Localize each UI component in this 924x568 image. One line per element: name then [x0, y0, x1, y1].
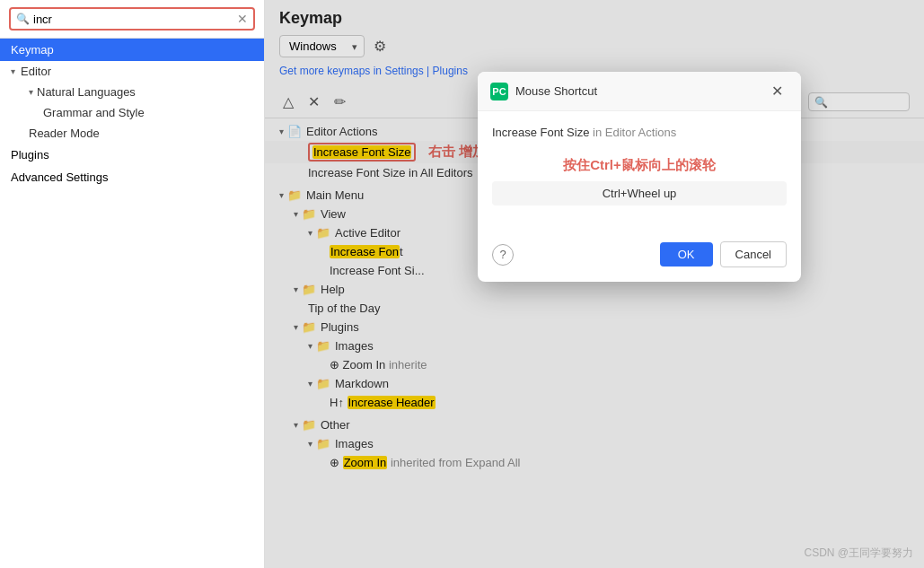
ok-button[interactable]: OK [660, 242, 713, 267]
sidebar-item-editor[interactable]: ▾ Editor [0, 61, 264, 82]
dialog-buttons: ? OK Cancel [478, 234, 801, 282]
sidebar-item-advanced-settings-label: Advanced Settings [11, 170, 108, 184]
dialog-subtitle: Increase Font Size in Editor Actions [492, 126, 787, 139]
sidebar-item-editor-label: Editor [21, 65, 51, 78]
sidebar: 🔍 incr ✕ Keymap ▾ Editor ▾ Natural Langu… [0, 0, 265, 568]
sidebar-item-reader-mode[interactable]: Reader Mode [0, 123, 264, 144]
main-content: Keymap Windows ⚙ Get more keymaps in Set… [265, 0, 924, 568]
sidebar-item-plugins[interactable]: Plugins [0, 144, 264, 166]
dialog-context: in Editor Actions [593, 126, 676, 139]
app-icon: PC [490, 83, 508, 100]
sidebar-item-grammar-style-label: Grammar and Style [43, 106, 145, 119]
search-icon: 🔍 [16, 13, 30, 25]
sidebar-item-plugins-label: Plugins [11, 148, 49, 162]
chevron-down-icon: ▾ [29, 87, 33, 97]
dialog-body: Increase Font Size in Editor Actions 按住C… [478, 111, 801, 234]
sidebar-item-advanced-settings[interactable]: Advanced Settings [0, 166, 264, 188]
sidebar-item-grammar-style[interactable]: Grammar and Style [0, 102, 264, 123]
mouse-shortcut-dialog: PC Mouse Shortcut ✕ Increase Font Size i… [478, 72, 801, 282]
sidebar-nav: Keymap ▾ Editor ▾ Natural Languages Gram… [0, 39, 264, 568]
cancel-button[interactable]: Cancel [720, 241, 787, 267]
clear-icon[interactable]: ✕ [237, 12, 248, 26]
chevron-down-icon: ▾ [11, 66, 15, 76]
sidebar-item-natural-languages-label: Natural Languages [37, 85, 136, 99]
close-icon[interactable]: ✕ [766, 81, 788, 101]
search-box: 🔍 incr ✕ [0, 0, 264, 39]
sidebar-item-reader-mode-label: Reader Mode [29, 127, 100, 140]
dialog-titlebar: PC Mouse Shortcut ✕ [478, 72, 801, 111]
search-input[interactable]: incr [33, 13, 237, 26]
dialog-overlay: PC Mouse Shortcut ✕ Increase Font Size i… [265, 0, 924, 568]
search-wrapper: 🔍 incr ✕ [9, 7, 255, 31]
sidebar-item-keymap[interactable]: Keymap [0, 39, 264, 61]
sidebar-item-keymap-label: Keymap [11, 43, 54, 57]
help-button[interactable]: ? [492, 244, 514, 266]
watermark: CSDN @王同学要努力 [804, 546, 913, 561]
dialog-action-name: Increase Font Size [492, 126, 589, 139]
dialog-shortcut: Ctrl+Wheel up [492, 181, 787, 205]
dialog-annotation: 按住Ctrl+鼠标向上的滚轮 [492, 157, 787, 174]
sidebar-item-natural-languages[interactable]: ▾ Natural Languages [0, 82, 264, 102]
dialog-title: Mouse Shortcut [515, 84, 766, 98]
